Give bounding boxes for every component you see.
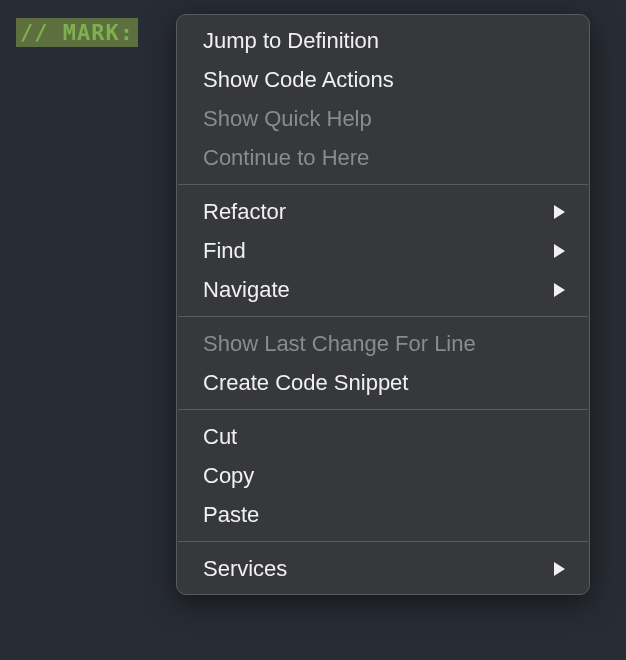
menu-item-label: Refactor [203,195,286,228]
menu-item-navigate[interactable]: Navigate [177,270,589,309]
menu-item-continue-to-here: Continue to Here [177,138,589,177]
menu-item-show-code-actions[interactable]: Show Code Actions [177,60,589,99]
menu-item-show-quick-help: Show Quick Help [177,99,589,138]
menu-item-refactor[interactable]: Refactor [177,192,589,231]
menu-item-label: Navigate [203,273,290,306]
menu-item-show-last-change-for-line: Show Last Change For Line [177,324,589,363]
code-comment-mark: // MARK: [16,18,138,47]
menu-separator [178,316,588,317]
menu-item-services[interactable]: Services [177,549,589,588]
submenu-arrow-icon [554,562,565,576]
menu-item-label: Continue to Here [203,141,369,174]
menu-item-label: Jump to Definition [203,24,379,57]
menu-item-copy[interactable]: Copy [177,456,589,495]
menu-separator [178,409,588,410]
menu-item-label: Cut [203,420,237,453]
submenu-arrow-icon [554,283,565,297]
submenu-arrow-icon [554,244,565,258]
menu-item-label: Show Last Change For Line [203,327,476,360]
menu-item-label: Services [203,552,287,585]
menu-item-label: Paste [203,498,259,531]
menu-item-label: Find [203,234,246,267]
context-menu: Jump to DefinitionShow Code ActionsShow … [176,14,590,595]
menu-item-jump-to-definition[interactable]: Jump to Definition [177,21,589,60]
menu-item-label: Create Code Snippet [203,366,408,399]
menu-separator [178,184,588,185]
menu-item-create-code-snippet[interactable]: Create Code Snippet [177,363,589,402]
submenu-arrow-icon [554,205,565,219]
menu-item-cut[interactable]: Cut [177,417,589,456]
menu-item-paste[interactable]: Paste [177,495,589,534]
menu-item-label: Copy [203,459,254,492]
menu-item-find[interactable]: Find [177,231,589,270]
menu-separator [178,541,588,542]
menu-item-label: Show Quick Help [203,102,372,135]
menu-item-label: Show Code Actions [203,63,394,96]
